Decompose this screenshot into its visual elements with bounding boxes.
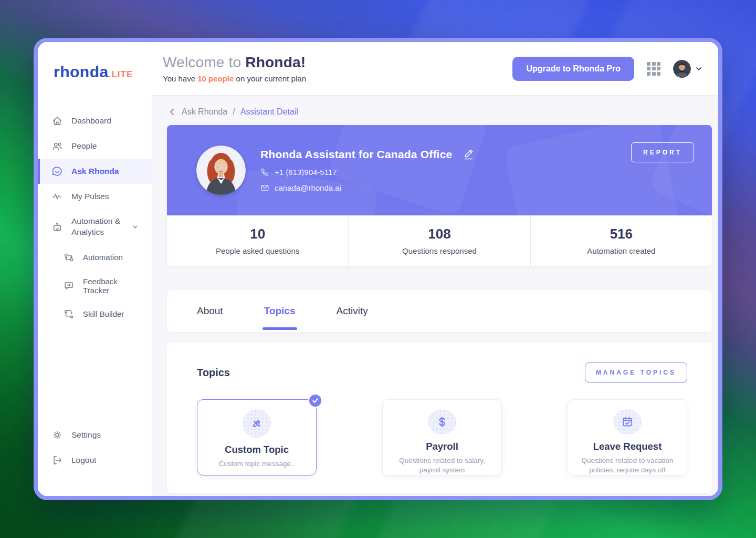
pulse-icon <box>51 191 63 202</box>
topics-panel: Topics MANAGE TOPICS Custom Topic Custom… <box>167 343 712 493</box>
selected-check-badge <box>308 394 322 408</box>
topics-title: Topics <box>197 367 230 379</box>
assistant-card: Rhonda Assistant for Canada Office +1 (6… <box>167 125 712 266</box>
assistant-email: canada@rhonda.ai <box>275 183 341 192</box>
topic-description: Questions related to salary, payroll sys… <box>392 456 492 475</box>
stat-value: 516 <box>610 226 633 242</box>
welcome-name: Rhonda! <box>245 54 306 70</box>
topic-title: Payroll <box>426 441 458 452</box>
stat-automation-created: 516 Automation created <box>530 215 712 266</box>
skill-builder-icon <box>63 308 75 320</box>
sidebar-item-automation[interactable]: Automation <box>38 245 152 270</box>
sidebar-nav: Dashboard People Ask Rhonda My Pulses Au… <box>38 108 152 327</box>
sidebar-subnav: Automation Feedback Tracker Skill Builde… <box>38 245 152 327</box>
sidebar-item-label: Logout <box>71 456 96 465</box>
sidebar-item-label: People <box>71 141 97 151</box>
sidebar-item-dashboard[interactable]: Dashboard <box>38 108 152 133</box>
plan-highlight: 10 people <box>197 74 234 83</box>
user-avatar[interactable] <box>673 60 691 78</box>
breadcrumb-parent[interactable]: Ask Rhonda <box>182 107 227 117</box>
sidebar-item-label: Ask Rhonda <box>71 167 119 176</box>
sidebar-item-logout[interactable]: Logout <box>38 448 152 473</box>
robot-icon <box>51 221 63 233</box>
assistant-name: Rhonda Assistant for Canada Office <box>260 148 452 161</box>
chevron-down-icon[interactable] <box>695 65 702 73</box>
topbar-actions: Upgrade to Rhonda Pro <box>512 57 702 81</box>
topic-description: Custom topic message.. <box>219 459 295 469</box>
topic-description: Questions related to vacation policies, … <box>578 456 677 475</box>
stat-label: Questions responsed <box>402 246 477 255</box>
dollar-icon <box>436 416 448 428</box>
stats-row: 10 People asked questions 108 Questions … <box>167 215 712 266</box>
assistant-email-row: canada@rhonda.ai <box>260 183 474 192</box>
welcome-block: Welcome to Rhonda! You have 10 people on… <box>163 54 306 83</box>
breadcrumb-current[interactable]: Assistant Detail <box>240 107 298 117</box>
apps-grid-icon[interactable] <box>647 62 660 76</box>
logout-icon <box>51 454 63 466</box>
topic-card-custom-topic[interactable]: Custom Topic Custom topic message.. <box>197 399 317 475</box>
plan-suffix: on your current plan <box>234 74 306 83</box>
topic-card-payroll[interactable]: Payroll Questions related to salary, pay… <box>382 399 502 475</box>
assistant-info: Rhonda Assistant for Canada Office +1 (6… <box>260 148 474 192</box>
sidebar-item-skill-builder[interactable]: Skill Builder <box>38 302 152 327</box>
sidebar-item-label: Skill Builder <box>83 309 124 318</box>
stat-label: Automation created <box>587 246 655 255</box>
gear-icon <box>51 429 63 441</box>
chevron-down-icon[interactable] <box>132 223 138 231</box>
welcome-prefix: Welcome to <box>163 54 245 70</box>
banner-decoration <box>503 125 681 215</box>
tabs-bar: About Topics Activity <box>167 290 712 332</box>
assistant-avatar <box>196 146 246 195</box>
sidebar-item-my-pulses[interactable]: My Pulses <box>38 184 152 209</box>
sidebar-item-settings[interactable]: Settings <box>38 422 152 448</box>
phone-icon <box>260 168 269 177</box>
topic-title: Custom Topic <box>225 444 289 456</box>
breadcrumb: Ask Rhonda / Assistant Detail <box>167 105 712 125</box>
upgrade-button[interactable]: Upgrade to Rhonda Pro <box>512 57 634 81</box>
sidebar-item-people[interactable]: People <box>38 133 152 159</box>
automation-flow-icon <box>63 252 75 263</box>
sidebar: rhonda.LITE Dashboard People Ask Rhonda … <box>38 42 152 496</box>
assistant-banner: Rhonda Assistant for Canada Office +1 (6… <box>167 125 712 215</box>
stat-label: People asked questions <box>216 246 299 255</box>
user-menu[interactable] <box>673 60 702 78</box>
topic-icon-wrap <box>428 409 456 434</box>
sidebar-footer: Settings Logout <box>38 422 152 496</box>
tab-activity[interactable]: Activity <box>336 290 368 332</box>
edit-pencil-icon[interactable] <box>464 149 474 160</box>
app-logo: rhonda.LITE <box>38 42 152 81</box>
main-area: Welcome to Rhonda! You have 10 people on… <box>152 42 718 496</box>
assistant-phone: +1 (613)904-5117 <box>275 168 337 177</box>
plan-summary: You have 10 people on your current plan <box>163 74 306 83</box>
feedback-icon <box>63 280 75 292</box>
breadcrumb-separator: / <box>233 107 235 117</box>
stat-value: 10 <box>250 226 265 242</box>
sidebar-item-automation-analytics[interactable]: Automation & Analytics <box>38 209 152 245</box>
topic-title: Leave Request <box>593 441 662 452</box>
topic-icon-wrap <box>243 409 271 438</box>
tab-about[interactable]: About <box>197 290 223 332</box>
topic-card-leave-request[interactable]: Leave Request Questions related to vacat… <box>568 399 687 475</box>
plan-prefix: You have <box>163 74 197 83</box>
stat-questions-responded: 108 Questions responsed <box>348 215 530 266</box>
chat-icon <box>51 165 63 177</box>
sidebar-item-feedback-tracker[interactable]: Feedback Tracker <box>38 270 152 302</box>
sidebar-item-label: Feedback Tracker <box>83 277 145 295</box>
calendar-check-icon <box>621 416 634 428</box>
logo-suffix: .LITE <box>109 69 133 79</box>
home-icon <box>51 115 63 127</box>
customize-icon <box>250 417 263 430</box>
report-button[interactable]: REPORT <box>631 142 694 162</box>
topic-cards-row: Custom Topic Custom topic message.. Payr… <box>197 399 687 475</box>
assistant-phone-row: +1 (613)904-5117 <box>260 168 474 177</box>
content-area: Ask Rhonda / Assistant Detail <box>152 96 718 496</box>
mail-icon <box>260 183 269 192</box>
logo-text: rhonda <box>54 63 109 80</box>
app-window: rhonda.LITE Dashboard People Ask Rhonda … <box>34 38 722 500</box>
manage-topics-button[interactable]: MANAGE TOPICS <box>585 363 687 382</box>
tab-topics[interactable]: Topics <box>264 290 296 332</box>
chevron-left-icon[interactable] <box>168 108 176 116</box>
sidebar-item-label: Automation & Analytics <box>71 216 124 238</box>
sidebar-item-label: My Pulses <box>71 192 109 201</box>
sidebar-item-ask-rhonda[interactable]: Ask Rhonda <box>38 159 152 184</box>
